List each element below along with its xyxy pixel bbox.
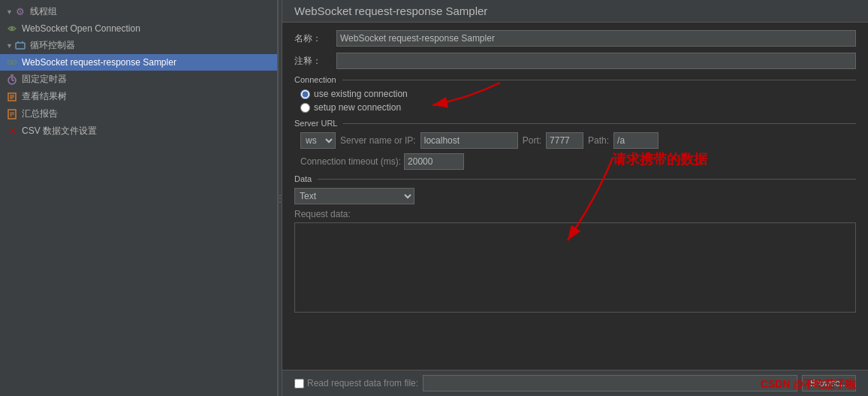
setup-new-radio[interactable] [300,103,310,113]
sidebar-item-label: 循环控制器 [30,39,75,52]
ws-open-icon [6,23,18,35]
read-from-file-checkbox-label[interactable]: Read request data from file: [294,378,418,388]
data-type-select[interactable]: Text Binary [294,188,414,204]
sidebar-item-csv[interactable]: ✕ CSV 数据文件设置 [0,122,277,140]
result-icon [6,91,18,103]
data-section-label: Data [294,174,856,183]
sidebar-item-threads[interactable]: ▼ ⚙ 线程组 [0,3,277,20]
ws-rr-icon [6,56,18,68]
path-label: Path: [588,135,609,146]
collapse-icon: ▼ [6,42,13,50]
sidebar-item-report[interactable]: 汇总报告 [0,105,277,122]
sidebar-item-label: WebSocket Open Connection [22,23,140,34]
browse-button[interactable]: Browse... [802,375,856,391]
use-existing-radio[interactable] [300,89,310,99]
path-input[interactable] [613,132,659,149]
report-icon [6,108,18,120]
setup-new-label: setup new connection [314,102,401,113]
gear-icon: ⚙ [14,6,26,18]
sidebar: ▼ ⚙ 线程组 WebSocket Open Connection ▼ 循环控制… [0,0,278,396]
server-name-label: Server name or IP: [340,135,416,146]
protocol-select[interactable]: ws wss [300,132,336,149]
use-existing-label: use existing connection [314,89,408,99]
setup-new-row: setup new connection [294,102,856,113]
server-url-row: ws wss Server name or IP: Port: Path: [294,132,856,149]
loop-icon [14,40,26,52]
main-panel: WebSocket request-response Sampler 名称： 注… [282,0,868,396]
sidebar-item-loop[interactable]: ▼ 循环控制器 [0,37,277,54]
read-from-file-label: Read request data from file: [307,378,418,388]
name-input[interactable] [336,30,856,47]
bottom-row: Read request data from file: Browse... [282,370,868,396]
main-header: WebSocket request-response Sampler [282,0,868,23]
use-existing-row: use existing connection [294,89,856,99]
sidebar-item-result[interactable]: 查看结果树 [0,88,277,105]
comment-input[interactable] [336,53,856,69]
request-data-label: Request data: [294,209,856,219]
main-content-wrapper: WebSocket request-response Sampler 名称： 注… [282,0,868,396]
sidebar-item-label: 查看结果树 [22,90,67,103]
timeout-row: Connection timeout (ms): [294,153,856,170]
form-area: 名称： 注释： Connection use existing connecti… [282,23,868,370]
port-label: Port: [523,135,541,146]
sidebar-item-timer[interactable]: 固定定时器 [0,71,277,88]
comment-row: 注释： [294,53,856,69]
timeout-input[interactable] [404,153,464,170]
data-type-row: Text Binary [294,188,856,204]
csv-icon: ✕ [6,125,18,138]
sidebar-item-label: CSV 数据文件设置 [22,125,97,138]
sidebar-item-ws-rr[interactable]: WebSocket request-response Sampler [0,54,277,71]
server-name-input[interactable] [420,132,518,149]
file-path-input[interactable] [423,375,797,391]
sidebar-item-label: 固定定时器 [22,73,67,86]
name-label: 名称： [294,32,332,45]
svg-point-0 [11,27,14,30]
timer-icon [6,74,18,86]
svg-point-3 [13,61,17,65]
server-url-section-label: Server URL [294,119,856,128]
sidebar-item-label: WebSocket request-response Sampler [22,57,176,68]
collapse-icon: ▼ [6,8,13,16]
sidebar-item-ws-open[interactable]: WebSocket Open Connection [0,20,277,37]
request-data-input[interactable] [294,222,856,313]
page-title: WebSocket request-response Sampler [294,5,487,17]
timeout-label: Connection timeout (ms): [300,156,401,167]
comment-label: 注释： [294,55,332,68]
connection-section-label: Connection [294,75,856,84]
read-from-file-checkbox[interactable] [294,379,304,388]
port-input[interactable] [546,132,583,149]
sidebar-item-label: 线程组 [30,5,57,18]
svg-rect-1 [16,43,25,49]
svg-point-2 [8,61,12,65]
sidebar-item-label: 汇总报告 [22,107,58,120]
name-row: 名称： [294,30,856,47]
